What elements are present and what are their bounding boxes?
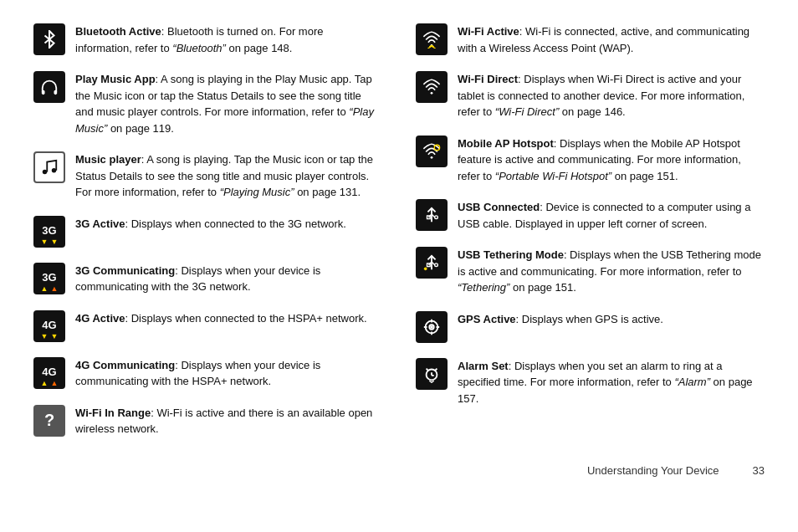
3g-communicating-icon: 3G ▲ ▲ — [33, 263, 65, 294]
gps-icon — [416, 311, 448, 343]
svg-point-5 — [431, 92, 433, 95]
entry-label: USB Tethering Mode — [458, 248, 564, 261]
svg-line-31 — [435, 368, 437, 371]
entry-text-4g-communicating: 4G Communicating: Displays when your dev… — [75, 357, 382, 390]
entry-text-mobile-ap-hotspot: Mobile AP Hotspot: Displays when the Mob… — [458, 136, 765, 185]
entry-text-alarm-set: Alarm Set: Displays when you set an alar… — [458, 358, 765, 407]
page-footer: Understanding Your Device 33 — [33, 458, 765, 477]
entry-text-usb-tethering: USB Tethering Mode: Displays when the US… — [458, 247, 765, 296]
entry-label: Wi-Fi Direct — [458, 73, 518, 85]
entry-italic: “Alarm” — [674, 376, 710, 388]
entry-description: : Displays when connected to the HSPA+ n… — [125, 312, 367, 325]
entry-text-music-player: Music player: A song is playing. Tap the… — [75, 151, 382, 201]
entry-text-play-music-app: Play Music App: A song is playing in the… — [75, 71, 382, 136]
entry-after: on page 151. — [509, 281, 576, 294]
entry-music-player: Music player: A song is playing. Tap the… — [33, 151, 382, 201]
wifi-range-icon: ? — [33, 405, 65, 437]
entry-label: Wi-Fi Active — [458, 25, 519, 38]
entry-wifi-direct: Wi-Fi Direct: Displays when Wi-Fi Direct… — [416, 71, 765, 120]
entry-4g-active: 4G ▼ ▼ 4G Active: Displays when connecte… — [33, 310, 382, 342]
wifi-direct-icon — [416, 71, 448, 103]
3g-active-icon: 3G ▼ ▼ — [33, 216, 65, 248]
entry-text-3g-communicating: 3G Communicating: Displays when your dev… — [75, 263, 382, 295]
entry-label: Bluetooth Active — [75, 25, 161, 38]
entry-text-4g-active: 4G Active: Displays when connected to th… — [75, 310, 382, 327]
entry-alarm-set: Alarm Set: Displays when you set an alar… — [416, 358, 765, 407]
entry-label: Wi-Fi In Range — [75, 407, 151, 419]
svg-point-16 — [435, 263, 438, 267]
entry-label: 3G Communicating — [75, 264, 175, 277]
entry-gps-active: GPS Active: Displays when GPS is active. — [416, 311, 765, 343]
entry-text-usb-connected: USB Connected: Device is connected to a … — [458, 199, 765, 232]
entry-label: Mobile AP Hotspot — [458, 137, 554, 150]
entry-after: on page 119. — [107, 122, 174, 135]
svg-rect-1 — [54, 90, 58, 95]
svg-rect-0 — [42, 90, 45, 95]
svg-point-3 — [52, 168, 57, 173]
entry-label: Music player — [75, 153, 141, 166]
usb-icon — [416, 199, 448, 231]
entry-italic: “Portable Wi-Fi Hotspot” — [495, 170, 611, 182]
entry-description: : Displays when GPS is active. — [516, 313, 663, 325]
entry-after: on page 151. — [611, 170, 678, 182]
entry-label: GPS Active — [458, 313, 516, 325]
entry-3g-active: 3G ▼ ▼ 3G Active: Displays when connecte… — [33, 216, 382, 248]
entry-after: on page 148. — [226, 42, 293, 54]
entry-label: USB Connected — [458, 201, 540, 213]
entry-3g-communicating: 3G ▲ ▲ 3G Communicating: Displays when y… — [33, 263, 382, 295]
entry-italic: “Tethering” — [458, 281, 509, 294]
entry-label: Alarm Set — [458, 360, 509, 372]
footer-label: Understanding Your Device — [587, 464, 719, 477]
headphones-icon — [33, 71, 65, 103]
svg-point-6 — [431, 156, 433, 158]
entry-description: : Displays when connected to the 3G netw… — [125, 217, 346, 230]
4g-communicating-icon: 4G ▲ ▲ — [33, 357, 65, 389]
entry-mobile-ap-hotspot: Mobile AP Hotspot: Displays when the Mob… — [416, 136, 765, 185]
page-content: Bluetooth Active: Bluetooth is turned on… — [33, 23, 765, 437]
wifi-ap-icon — [416, 136, 448, 167]
entry-wifi-in-range: ?Wi-Fi In Range: Wi-Fi is active and the… — [33, 405, 382, 437]
bluetooth-icon — [33, 23, 65, 55]
entry-text-wifi-direct: Wi-Fi Direct: Displays when Wi-Fi Direct… — [458, 71, 765, 120]
svg-point-26 — [430, 325, 433, 329]
entry-usb-tethering: USB Tethering Mode: Displays when the US… — [416, 247, 765, 296]
svg-point-11 — [435, 216, 438, 219]
entry-text-wifi-in-range: Wi-Fi In Range: Wi-Fi is active and ther… — [75, 405, 382, 437]
entry-italic: “Bluetooth” — [172, 42, 226, 54]
alarm-icon — [416, 358, 448, 390]
svg-point-19 — [424, 268, 427, 271]
entry-text-wifi-active: Wi-Fi Active: Wi-Fi is connected, active… — [458, 23, 765, 56]
entry-play-music-app: Play Music App: A song is playing in the… — [33, 71, 382, 136]
entry-label: 4G Active — [75, 312, 125, 325]
entry-bluetooth-active: Bluetooth Active: Bluetooth is turned on… — [33, 23, 382, 56]
entry-italic: “Wi-Fi Direct” — [495, 105, 559, 118]
entry-text-bluetooth-active: Bluetooth Active: Bluetooth is turned on… — [75, 23, 382, 56]
entry-after: on page 131. — [294, 186, 361, 198]
page-number: 33 — [753, 464, 765, 477]
entry-label: Play Music App — [75, 73, 156, 85]
entry-4g-communicating: 4G ▲ ▲ 4G Communicating: Displays when y… — [33, 357, 382, 390]
wifi-active-icon — [416, 23, 448, 55]
right-column: Wi-Fi Active: Wi-Fi is connected, active… — [416, 23, 765, 437]
entry-label: 3G Active — [75, 217, 125, 230]
usb-tether-icon — [416, 247, 448, 279]
entry-label: 4G Communicating — [75, 359, 175, 371]
music-note-icon — [33, 151, 65, 183]
entry-italic: “Playing Music” — [220, 186, 294, 198]
4g-active-icon: 4G ▼ ▼ — [33, 310, 65, 342]
svg-point-2 — [43, 170, 48, 175]
entry-text-gps-active: GPS Active: Displays when GPS is active. — [458, 311, 765, 328]
entry-text-3g-active: 3G Active: Displays when connected to th… — [75, 216, 382, 233]
entry-after: on page 146. — [559, 105, 626, 118]
svg-line-30 — [427, 368, 429, 371]
entry-usb-connected: USB Connected: Device is connected to a … — [416, 199, 765, 232]
entry-wifi-active: Wi-Fi Active: Wi-Fi is connected, active… — [416, 23, 765, 56]
left-column: Bluetooth Active: Bluetooth is turned on… — [33, 23, 382, 437]
